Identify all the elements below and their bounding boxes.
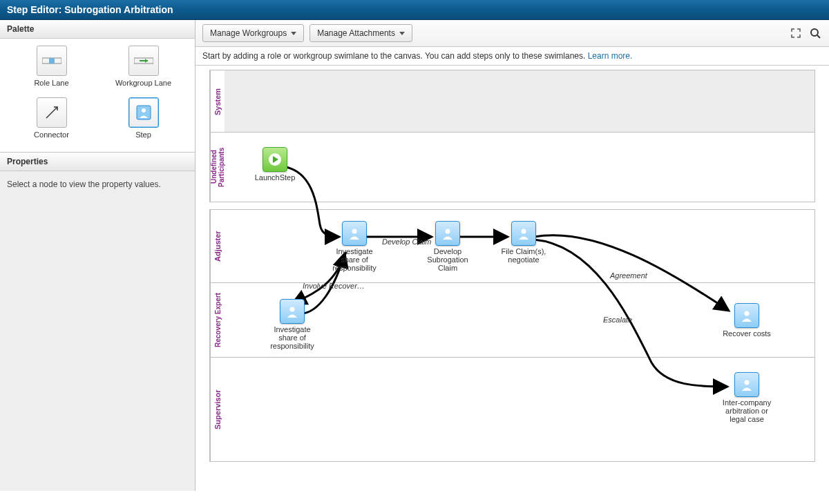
node-launch-step[interactable]: LaunchStep: [247, 147, 303, 182]
title-text: Step Editor: Subrogation Arbitration: [7, 4, 173, 15]
window-title: Step Editor: Subrogation Arbitration: [0, 0, 829, 20]
chevron-down-icon: [291, 32, 296, 35]
right-column: Manage Workgroups Manage Attachments Sta…: [196, 20, 829, 491]
palette-label: Connector: [6, 130, 97, 139]
node-label: Recover costs: [719, 329, 774, 338]
zoom-icon[interactable]: [808, 26, 822, 40]
properties-header: Properties: [0, 153, 195, 171]
palette-header: Palette: [0, 20, 195, 39]
step-icon: [342, 221, 367, 246]
node-label: Investigate share of responsibility: [265, 325, 320, 350]
palette-workgroup-lane[interactable]: Workgroup Lane: [97, 46, 189, 88]
node-supervisor-arbitration[interactable]: Inter-company arbitration or legal case: [719, 372, 774, 423]
left-column: Palette Role Lane Workgroup Lane: [0, 20, 196, 491]
lane-label: Recovery Expert: [210, 283, 225, 358]
palette-label: Workgroup Lane: [97, 79, 189, 88]
learn-more-link[interactable]: Learn more.: [588, 51, 633, 61]
workgroup-lane-icon: [128, 46, 159, 76]
node-develop-subrogation[interactable]: Develop Subrogation Claim: [420, 221, 475, 272]
node-recover-costs[interactable]: Recover costs: [719, 303, 774, 338]
node-label: File Claim(s), negotiate: [496, 247, 551, 264]
edge-label-escalate: Escalate: [603, 316, 632, 324]
svg-point-7: [352, 229, 357, 234]
node-label: Inter-company arbitration or legal case: [719, 398, 774, 423]
palette-body: Role Lane Workgroup Lane Connector: [0, 39, 195, 153]
app-root: Step Editor: Subrogation Arbitration Pal…: [0, 0, 829, 504]
palette-connector[interactable]: Connector: [6, 97, 97, 139]
step-icon: [280, 299, 305, 324]
svg-rect-1: [49, 58, 55, 64]
edge-label-agreement: Agreement: [610, 271, 647, 280]
svg-point-9: [522, 229, 526, 234]
manage-attachments-button[interactable]: Manage Attachments: [309, 24, 412, 42]
start-icon: [263, 147, 287, 172]
palette-label: Step: [97, 130, 189, 139]
connector-icon: [37, 97, 67, 128]
svg-point-8: [446, 229, 450, 234]
step-icon: [435, 221, 460, 246]
lane-label: Supervisor: [210, 358, 225, 461]
lane-label: Adjuster: [210, 210, 225, 283]
button-label: Manage Attachments: [317, 28, 395, 38]
node-label: LaunchStep: [247, 173, 303, 182]
chevron-down-icon: [399, 32, 405, 35]
svg-point-5: [811, 29, 818, 36]
toolbar: Manage Workgroups Manage Attachments: [196, 20, 829, 47]
node-file-claims[interactable]: File Claim(s), negotiate: [496, 221, 551, 264]
lane-label: System: [210, 70, 225, 133]
svg-point-11: [745, 311, 750, 316]
step-icon: [128, 97, 159, 128]
torn-edge-decoration: [0, 489, 829, 504]
hint-text: Start by adding a role or workgroup swim…: [202, 51, 588, 61]
node-recovery-investigate[interactable]: Investigate share of responsibility: [265, 299, 320, 350]
body: Palette Role Lane Workgroup Lane: [0, 20, 829, 491]
button-label: Manage Workgroups: [210, 28, 287, 38]
workflow-canvas[interactable]: System Undefined Participants Adjuster R…: [196, 66, 829, 491]
svg-point-10: [290, 307, 295, 312]
palette-role-lane[interactable]: Role Lane: [6, 46, 97, 88]
lane-system[interactable]: System: [209, 70, 815, 133]
node-adjuster-investigate[interactable]: Investigate share of responsibility: [327, 221, 382, 272]
canvas-hint: Start by adding a role or workgroup swim…: [196, 47, 829, 66]
step-icon: [734, 372, 759, 397]
svg-point-4: [142, 108, 146, 113]
fullscreen-icon[interactable]: [789, 26, 803, 40]
node-label: Develop Subrogation Claim: [420, 247, 475, 272]
svg-point-12: [745, 380, 750, 385]
lane-label: Undefined Participants: [210, 133, 225, 202]
role-lane-icon: [37, 46, 67, 76]
palette-label: Role Lane: [6, 79, 97, 88]
step-icon: [511, 221, 536, 246]
step-icon: [734, 303, 759, 328]
manage-workgroups-button[interactable]: Manage Workgroups: [202, 24, 304, 42]
palette-step[interactable]: Step: [97, 97, 189, 139]
properties-empty-text: Select a node to view the property value…: [0, 171, 195, 197]
edge-label-involve: Involve Recover…: [303, 282, 365, 290]
node-label: Investigate share of responsibility: [327, 247, 382, 272]
